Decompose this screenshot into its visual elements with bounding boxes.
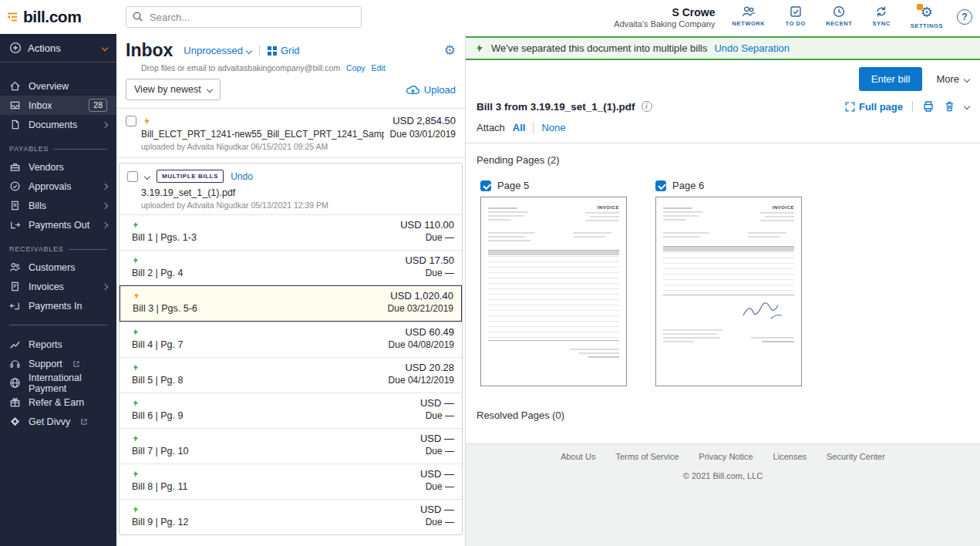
inbox-panel: Inbox Unprocessed Grid ⚙ Drop files or e… — [116, 34, 466, 546]
todo-nav[interactable]: TO DO — [785, 5, 806, 27]
sidebar-item-label: Refer & Earn — [29, 397, 84, 408]
sidebar-item-payments-out[interactable]: Payments Out — [0, 215, 116, 234]
bill-label: Bill 2 | Pg. 4 — [132, 268, 183, 278]
sidebar-item-refer-earn[interactable]: Refer & Earn — [0, 393, 116, 412]
bill-amount: USD — — [420, 504, 454, 515]
footer-link-terms[interactable]: Terms of Service — [615, 452, 679, 461]
banner-text: We've separated this document into multi… — [491, 42, 707, 54]
sidebar-item-overview[interactable]: Overview — [0, 76, 116, 96]
external-link-icon — [72, 360, 80, 368]
grid-view-toggle[interactable]: Grid — [268, 45, 300, 56]
more-dropdown[interactable]: More — [936, 73, 969, 85]
attach-none-link[interactable]: None — [541, 122, 565, 133]
actions-menu[interactable]: Actions — [0, 34, 116, 62]
bill-label: Bill 9 | Pg. 12 — [132, 517, 188, 527]
sidebar-item-international-payment[interactable]: International Payment — [0, 373, 116, 393]
undo-split-link[interactable]: Undo — [231, 171, 253, 182]
checkbox[interactable] — [127, 171, 138, 182]
enter-bill-button[interactable]: Enter bill — [859, 67, 923, 91]
info-icon[interactable]: i — [642, 101, 652, 112]
bill-label: Bill 1 | Pgs. 1-3 — [132, 232, 197, 243]
footer-link-security[interactable]: Security Center — [827, 452, 885, 461]
sidebar-item-customers[interactable]: Customers — [0, 258, 116, 277]
copy-email-link[interactable]: Copy — [346, 63, 365, 72]
inbox-icon — [9, 99, 22, 111]
invoice-preview[interactable]: INVOICE — [655, 197, 802, 386]
filter-dropdown[interactable]: Unprocessed — [184, 45, 251, 56]
sidebar-item-inbox[interactable]: Inbox 28 — [0, 96, 116, 115]
page-checkbox[interactable] — [655, 180, 666, 191]
sync-nav[interactable]: SYNC — [872, 5, 890, 27]
bill-list-item[interactable]: USD — Bill 7 | Pg. 10Due — — [120, 428, 462, 463]
lightning-icon — [132, 220, 140, 230]
help-icon[interactable]: ? — [957, 9, 972, 25]
sidebar-item-invoices[interactable]: Invoices — [0, 277, 116, 296]
bill-list-item[interactable]: USD — Bill 9 | Pg. 12Due — — [120, 499, 462, 534]
payables-section-header: PAYABLES — [0, 145, 116, 153]
collapse-group-icon[interactable] — [144, 173, 150, 179]
search-input[interactable] — [126, 6, 362, 28]
page-checkbox[interactable] — [480, 180, 491, 191]
sidebar-item-payments-in[interactable]: Payments In — [0, 296, 116, 315]
bill-com-logo[interactable]: bill.com — [23, 8, 81, 26]
sync-label: SYNC — [872, 20, 890, 27]
settings-nav[interactable]: ⚙ SETTINGS — [911, 5, 943, 29]
recent-nav[interactable]: RECENT — [826, 5, 852, 27]
bill-amount: USD 1,020.40 — [390, 290, 453, 302]
topbar: bill.com S Crowe Advaita's Baking Compan… — [0, 0, 980, 34]
footer-link-privacy[interactable]: Privacy Notice — [699, 452, 753, 461]
gift-icon — [9, 396, 22, 408]
full-page-button[interactable]: Full page — [845, 101, 903, 113]
user-name: S Crowe — [614, 6, 715, 19]
upload-button[interactable]: Upload — [406, 84, 456, 96]
sidebar-item-get-divvy[interactable]: Get Divvy — [0, 412, 116, 431]
inbox-settings-gear-icon[interactable]: ⚙ — [444, 42, 456, 59]
chevron-right-icon — [102, 183, 108, 189]
chevron-down-icon[interactable] — [964, 103, 970, 110]
undo-separation-link[interactable]: Undo Separation — [714, 42, 790, 54]
lightning-icon — [132, 362, 140, 372]
bill-list-item[interactable]: USD 17.50 Bill 2 | Pg. 4Due — — [120, 250, 462, 285]
bill-list-item[interactable]: USD 20.28 Bill 5 | Pg. 8Due 04/12/2019 — [120, 357, 462, 393]
print-icon[interactable] — [922, 100, 935, 113]
logo-zone: bill.com — [0, 8, 116, 26]
footer-link-licenses[interactable]: Licenses — [773, 452, 807, 461]
edit-email-link[interactable]: Edit — [371, 63, 385, 72]
sidebar-item-bills[interactable]: Bills — [0, 196, 116, 215]
sidebar-item-vendors[interactable]: Vendors — [0, 157, 116, 177]
network-nav[interactable]: NETWORK — [732, 5, 765, 27]
full-page-label: Full page — [859, 101, 903, 113]
lightning-icon — [143, 116, 151, 126]
sidebar-item-support[interactable]: Support — [0, 354, 116, 373]
filter-label: Unprocessed — [184, 45, 243, 56]
checkbox[interactable] — [126, 116, 136, 126]
fullscreen-icon — [845, 102, 855, 112]
bill-list-item-selected[interactable]: USD 1,020.40 Bill 3 | Pgs. 5-6Due 03/21/… — [120, 285, 462, 322]
bill-list-item[interactable]: USD 60.49 Bill 4 | Pg. 7Due 04/08/2019 — [120, 322, 462, 357]
chevron-down-icon — [964, 76, 970, 82]
sidebar-item-approvals[interactable]: Approvals — [0, 177, 116, 196]
user-block[interactable]: S Crowe Advaita's Baking Company — [614, 6, 715, 29]
trash-icon[interactable] — [944, 100, 955, 113]
inbox-list: USD 2,854.50 Bill_ELCT_PRT_1241-new55_Bi… — [116, 108, 465, 546]
search-icon — [132, 11, 143, 22]
sidebar-collapse-icon[interactable] — [6, 11, 19, 23]
sidebar-item-documents[interactable]: Documents — [0, 115, 116, 134]
settings-notification-badge — [917, 4, 923, 10]
bill-amount: USD 110.00 — [400, 219, 454, 231]
attach-all-link[interactable]: All — [513, 122, 526, 133]
page-label: Page 5 — [497, 180, 529, 191]
sort-dropdown[interactable]: View by newest — [126, 79, 221, 100]
bill-amount: USD 17.50 — [405, 254, 454, 266]
sidebar-item-reports[interactable]: Reports — [0, 335, 116, 354]
bill-due: Due — — [419, 481, 454, 492]
invoice-preview[interactable]: INVOICE — [480, 197, 627, 386]
bill-list-item[interactable]: USD — Bill 6 | Pg. 9Due — — [120, 393, 462, 428]
sidebar-item-label: Approvals — [29, 181, 72, 192]
detail-panel: We've separated this document into multi… — [466, 34, 980, 546]
bill-list-item[interactable]: USD 110.00 Bill 1 | Pgs. 1-3Due — — [120, 214, 462, 250]
list-item[interactable]: USD 2,854.50 Bill_ELCT_PRT_1241-new55_Bi… — [116, 109, 465, 158]
page-card: Page 5 INVOICE — [480, 180, 627, 386]
bill-list-item[interactable]: USD — Bill 8 | Pg. 11Due — — [120, 463, 462, 499]
footer-link-about[interactable]: About Us — [561, 452, 595, 461]
